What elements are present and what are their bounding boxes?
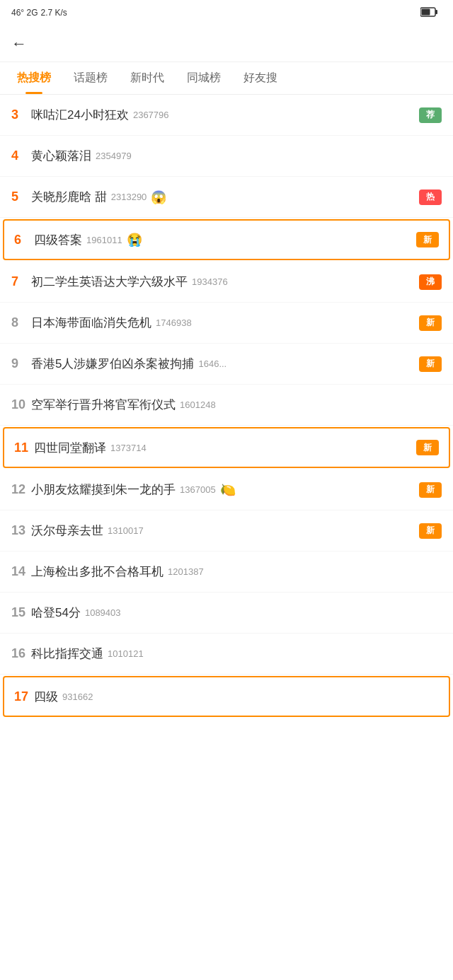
item-count: 1746938 (156, 317, 192, 328)
back-arrow-icon: ← (11, 35, 27, 53)
battery-icon (420, 7, 437, 19)
item-count: 1367005 (180, 484, 216, 495)
item-count: 1201387 (168, 566, 204, 577)
item-count: 2313290 (111, 192, 147, 202)
rank-number: 14 (11, 564, 31, 579)
item-title: 香港5人涉嫌罗伯凶杀案被拘捕 (31, 356, 194, 372)
item-count: 1010121 (108, 648, 144, 659)
rank-number: 6 (14, 233, 34, 247)
item-count: 1601248 (180, 399, 216, 410)
item-content: 科比指挥交通1010121 (31, 646, 442, 662)
tab-local[interactable]: 同城榜 (176, 62, 232, 94)
list-item[interactable]: 12小朋友炫耀摸到朱一龙的手1367005🍋新 (0, 469, 453, 511)
list-item[interactable]: 6四级答案1961011😭新 (3, 219, 450, 260)
list-item[interactable]: 8日本海带面临消失危机1746938新 (0, 303, 453, 344)
list-item[interactable]: 16科比指挥交通1010121 (0, 634, 453, 675)
status-left: 46° 2G 2.7 K/s (11, 8, 67, 18)
item-content: 四世同堂翻译1373714 (34, 440, 416, 456)
item-content: 沃尔母亲去世1310017 (31, 523, 419, 539)
item-count: 2367796 (133, 110, 169, 120)
list-item[interactable]: 5关晓彤鹿晗 甜2313290😱热 (0, 177, 453, 218)
item-content: 哈登54分1089403 (31, 605, 442, 621)
item-emoji: 🍋 (220, 482, 236, 498)
item-count: 1646... (198, 358, 226, 369)
rank-number: 7 (11, 274, 31, 289)
item-count: 1961011 (86, 235, 122, 245)
item-badge: 热 (419, 189, 442, 205)
signal-text: 46° 2G (11, 8, 38, 18)
rank-number: 8 (11, 315, 31, 330)
item-content: 上海检出多批不合格耳机1201387 (31, 564, 442, 580)
list-item[interactable]: 9香港5人涉嫌罗伯凶杀案被拘捕1646...新 (0, 344, 453, 385)
rank-number: 4 (11, 148, 31, 163)
item-title: 日本海带面临消失危机 (31, 315, 151, 331)
rank-number: 13 (11, 523, 31, 538)
back-button[interactable]: ← (11, 35, 40, 53)
rank-number: 17 (14, 689, 34, 704)
tab-hot[interactable]: 热搜榜 (6, 62, 62, 94)
rank-number: 16 (11, 646, 31, 661)
item-content: 黄心颖落泪2354979 (31, 148, 442, 164)
item-badge: 新 (419, 523, 442, 539)
item-title: 沃尔母亲去世 (31, 523, 103, 539)
item-title: 关晓彤鹿晗 甜 (31, 189, 107, 205)
item-content: 空军举行晋升将官军衔仪式1601248 (31, 397, 442, 413)
item-badge: 新 (419, 482, 442, 498)
tabs-bar: 热搜榜话题榜新时代同城榜好友搜 (0, 62, 453, 95)
item-content: 小朋友炫耀摸到朱一龙的手1367005🍋 (31, 482, 419, 498)
list-item[interactable]: 4黄心颖落泪2354979 (0, 136, 453, 177)
item-content: 初二学生英语达大学六级水平1934376 (31, 274, 419, 290)
item-content: 香港5人涉嫌罗伯凶杀案被拘捕1646... (31, 356, 419, 372)
svg-rect-1 (435, 10, 437, 14)
rank-number: 15 (11, 605, 31, 620)
tab-era[interactable]: 新时代 (119, 62, 176, 94)
rank-number: 5 (11, 189, 31, 204)
rank-number: 11 (14, 441, 34, 455)
tab-topic[interactable]: 话题榜 (62, 62, 119, 94)
list-item[interactable]: 7初二学生英语达大学六级水平1934376沸 (0, 262, 453, 303)
list-item[interactable]: 15哈登54分1089403 (0, 593, 453, 634)
item-content: 关晓彤鹿晗 甜2313290😱 (31, 189, 419, 205)
list-item[interactable]: 3咪咕汇24小时狂欢2367796荐 (0, 95, 453, 136)
item-content: 四级931662 (34, 689, 439, 705)
item-badge: 新 (419, 356, 442, 372)
rank-number: 9 (11, 356, 31, 371)
list-item[interactable]: 17四级931662 (3, 676, 450, 717)
item-content: 日本海带面临消失危机1746938 (31, 315, 419, 331)
item-content: 四级答案1961011😭 (34, 232, 416, 248)
item-title: 四级 (34, 689, 58, 705)
item-count: 1934376 (192, 276, 228, 287)
item-count: 1310017 (108, 525, 144, 536)
item-badge: 沸 (419, 274, 442, 290)
rank-number: 3 (11, 107, 31, 122)
rank-number: 12 (11, 482, 31, 497)
item-title: 小朋友炫耀摸到朱一龙的手 (31, 482, 176, 498)
nav-bar: ← (0, 25, 453, 62)
list-item[interactable]: 10空军举行晋升将官军衔仪式1601248 (0, 385, 453, 426)
item-emoji: 😭 (127, 232, 142, 247)
item-count: 1373714 (110, 443, 147, 453)
tab-friends[interactable]: 好友搜 (232, 62, 289, 94)
item-content: 咪咕汇24小时狂欢2367796 (31, 107, 419, 123)
item-badge: 新 (419, 315, 442, 331)
svg-rect-2 (422, 8, 430, 15)
status-right (420, 7, 442, 19)
item-title: 初二学生英语达大学六级水平 (31, 274, 188, 290)
item-count: 2354979 (96, 151, 132, 161)
item-title: 咪咕汇24小时狂欢 (31, 107, 129, 123)
item-title: 空军举行晋升将官军衔仪式 (31, 397, 176, 413)
list-item[interactable]: 11四世同堂翻译1373714新 (3, 427, 450, 468)
status-bar: 46° 2G 2.7 K/s (0, 0, 453, 25)
item-title: 四世同堂翻译 (34, 440, 106, 456)
item-title: 科比指挥交通 (31, 646, 103, 662)
item-title: 黄心颖落泪 (31, 148, 91, 164)
item-count: 1089403 (85, 607, 121, 618)
item-badge: 新 (416, 232, 439, 247)
trending-list: 3咪咕汇24小时狂欢2367796荐4黄心颖落泪23549795关晓彤鹿晗 甜2… (0, 95, 453, 717)
list-item[interactable]: 14上海检出多批不合格耳机1201387 (0, 552, 453, 593)
item-emoji: 😱 (151, 189, 166, 205)
item-title: 上海检出多批不合格耳机 (31, 564, 164, 580)
item-badge: 新 (416, 440, 439, 455)
item-badge: 荐 (419, 107, 442, 123)
list-item[interactable]: 13沃尔母亲去世1310017新 (0, 511, 453, 552)
